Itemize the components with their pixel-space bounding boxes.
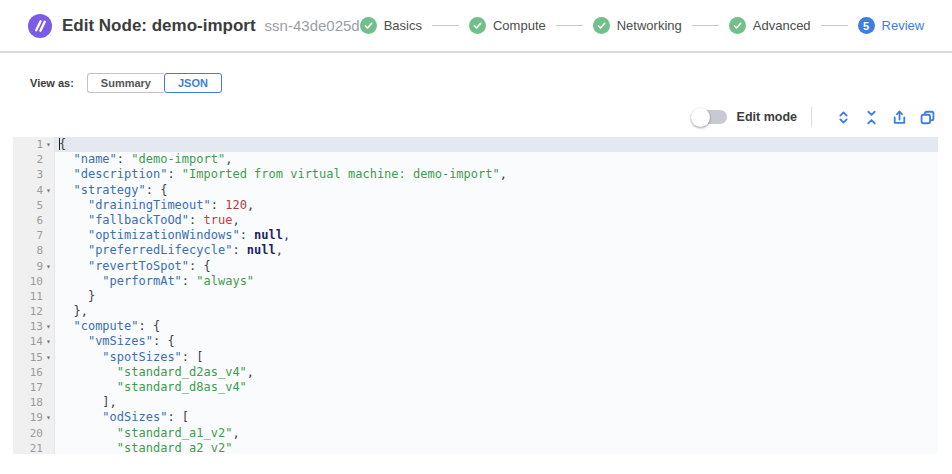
step-number: 5 [858,17,875,34]
code-line[interactable]: 7 "optimizationWindows": null, [13,228,938,243]
node-id: ssn-43de025d [265,17,360,34]
code-editor[interactable]: 1▾{2 "name": "demo-import",3 "descriptio… [13,137,938,454]
fold-arrow-icon[interactable]: ▾ [43,350,54,365]
line-number: 1▾ [13,137,55,152]
code-text: "name": "demo-import", [55,152,938,167]
code-text: "standard_a1_v2", [55,426,938,441]
step-review[interactable]: 5Review [858,17,925,34]
step-label: Basics [384,18,422,33]
expand-all-icon[interactable] [835,109,852,126]
collapse-all-icon[interactable] [863,109,880,126]
copy-icon[interactable] [919,109,936,126]
line-number: 6 [13,213,55,228]
step-check-icon [469,17,486,34]
wizard-stepper: BasicsComputeNetworkingAdvanced5Review [360,17,925,34]
line-number: 20 [13,426,55,441]
step-compute[interactable]: Compute [469,17,546,34]
code-line[interactable]: 19▾ "odSizes": [ [13,410,938,425]
view-as-segmented-control: Summary JSON [87,73,222,93]
code-line[interactable]: 9▾ "revertToSpot": { [13,259,938,274]
code-line[interactable]: 5 "drainingTimeout": 120, [13,198,938,213]
step-networking[interactable]: Networking [593,17,682,34]
line-number: 18 [13,395,55,410]
code-text: "performAt": "always" [55,274,938,289]
code-line[interactable]: 15▾ "spotSizes": [ [13,350,938,365]
code-line[interactable]: 3 "description": "Imported from virtual … [13,167,938,182]
code-line[interactable]: 16 "standard_d2as_v4", [13,365,938,380]
editor-toolbar: Edit mode [0,107,936,127]
code-line[interactable]: 1▾{ [13,137,938,152]
wizard-header: Edit Node: demo-import ssn-43de025d Basi… [0,0,952,53]
code-text: "odSizes": [ [55,410,938,425]
code-text: "spotSizes": [ [55,350,938,365]
step-connector [432,25,459,26]
code-line[interactable]: 11 } [13,289,938,304]
code-text: "standard_d8as_v4" [55,380,938,395]
code-line[interactable]: 4▾ "strategy": { [13,183,938,198]
line-number: 15▾ [13,350,55,365]
line-number: 12 [13,304,55,319]
line-number: 19▾ [13,410,55,425]
line-number: 17 [13,380,55,395]
code-line[interactable]: 10 "performAt": "always" [13,274,938,289]
code-text: "strategy": { [55,183,938,198]
code-text: { [55,137,938,152]
fold-arrow-icon[interactable]: ▾ [43,334,54,349]
line-number: 5 [13,198,55,213]
page-title: Edit Node: demo-import [62,16,256,36]
code-line[interactable]: 21 "standard_a2_v2" [13,441,938,454]
code-text: "drainingTimeout": 120, [55,198,938,213]
view-as-row: View as: Summary JSON [30,73,952,93]
fold-arrow-icon[interactable]: ▾ [43,319,54,334]
step-check-icon [729,17,746,34]
fold-arrow-icon[interactable]: ▾ [43,183,54,198]
view-as-json-button[interactable]: JSON [164,73,222,93]
spot-logo-icon [28,14,52,38]
line-number: 11 [13,289,55,304]
line-number: 10 [13,274,55,289]
step-connector [821,25,848,26]
code-line[interactable]: 14▾ "vmSizes": { [13,334,938,349]
code-text: "revertToSpot": { [55,259,938,274]
code-text: "vmSizes": { [55,334,938,349]
fold-arrow-icon[interactable]: ▾ [43,137,54,152]
code-line[interactable]: 2 "name": "demo-import", [13,152,938,167]
step-check-icon [360,17,377,34]
code-text: "fallbackToOd": true, [55,213,938,228]
code-line[interactable]: 6 "fallbackToOd": true, [13,213,938,228]
line-number: 4▾ [13,183,55,198]
fold-arrow-icon[interactable]: ▾ [43,259,54,274]
view-as-label: View as: [30,77,74,89]
export-icon[interactable] [891,109,908,126]
edit-mode-toggle[interactable] [692,110,727,124]
line-number: 13▾ [13,319,55,334]
step-connector [556,25,583,26]
code-line[interactable]: 20 "standard_a1_v2", [13,426,938,441]
code-line[interactable]: 17 "standard_d8as_v4" [13,380,938,395]
code-line[interactable]: 13▾ "compute": { [13,319,938,334]
code-text: "standard_a2_v2" [55,441,938,454]
view-as-summary-button[interactable]: Summary [87,73,164,93]
code-text: "preferredLifecycle": null, [55,243,938,258]
line-number: 8 [13,243,55,258]
code-text: ], [55,395,938,410]
code-line[interactable]: 18 ], [13,395,938,410]
step-connector [692,25,719,26]
code-text: "compute": { [55,319,938,334]
edit-mode-label: Edit mode [737,110,797,124]
step-label: Networking [617,18,682,33]
code-text: "optimizationWindows": null, [55,228,938,243]
line-number: 7 [13,228,55,243]
step-basics[interactable]: Basics [360,17,422,34]
line-number: 16 [13,365,55,380]
code-text: }, [55,304,938,319]
fold-arrow-icon[interactable]: ▾ [43,410,54,425]
line-number: 2 [13,152,55,167]
line-number: 21 [13,441,55,454]
step-advanced[interactable]: Advanced [729,17,811,34]
code-line[interactable]: 8 "preferredLifecycle": null, [13,243,938,258]
step-label: Compute [493,18,546,33]
toggle-knob [691,108,710,127]
line-number: 9▾ [13,259,55,274]
code-line[interactable]: 12 }, [13,304,938,319]
